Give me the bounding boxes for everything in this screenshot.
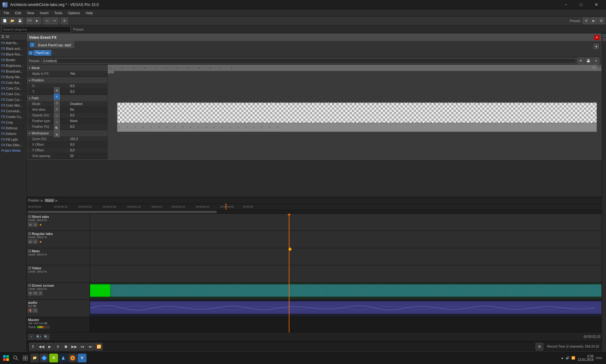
path-feather-value[interactable]: 0,0 (70, 125, 74, 128)
toolbar-preview-grid[interactable]: ⊞ (598, 17, 605, 24)
plugin-bump-map[interactable]: FXBump Ma... (0, 74, 27, 80)
tool-select[interactable]: ⊕ (54, 87, 60, 93)
position-y-value[interactable]: 0,0 (70, 90, 74, 93)
plugin-color-mat[interactable]: FXColor Mat... (0, 103, 27, 109)
short-tabs-mute[interactable]: M (28, 222, 33, 227)
workspace-header[interactable]: ▪ Workspace (27, 130, 107, 136)
transport-end[interactable]: ⏭ (87, 343, 94, 350)
taskbar-search[interactable] (11, 354, 20, 362)
audio-solo[interactable]: S (33, 308, 38, 313)
plugin-convolution[interactable]: FXConvoluti... (0, 109, 27, 114)
preset-close-btn[interactable]: ✕ (592, 57, 599, 64)
taskbar-vegas[interactable]: V (78, 354, 86, 362)
toolbar-new[interactable]: 📄 (1, 17, 8, 24)
plugin-color-cor-2[interactable]: FXColor Cor... (0, 91, 27, 97)
toolbar-fx[interactable]: FX (26, 17, 33, 24)
short-tabs-solo[interactable]: S (33, 222, 38, 227)
menu-file[interactable]: File (1, 10, 12, 15)
preset-save-btn[interactable]: 💾 (585, 57, 592, 64)
toolbar-redo[interactable]: ↪ (51, 17, 58, 24)
plugin-border[interactable]: FXBorder (0, 57, 27, 63)
audio-clip[interactable] (90, 301, 602, 314)
tc-zoom-in[interactable]: 🔍+ (36, 334, 42, 340)
right-sidebar-btn-1[interactable] (603, 34, 606, 37)
transport-stop[interactable]: ⏹ (62, 343, 70, 350)
transport-record-settings[interactable]: ⚙ (536, 343, 543, 350)
transport-next-frame[interactable]: ▶▶ (70, 343, 78, 350)
timeline-scrollbar-top[interactable] (27, 210, 602, 214)
tool-move[interactable]: ↖ (54, 94, 60, 99)
green-mute[interactable]: M (28, 291, 33, 296)
plugin-add-noise[interactable]: FXAdd No... (0, 40, 27, 46)
panel-toggle-icon[interactable]: ☰ (1, 35, 4, 39)
path-mode-value[interactable]: Disabled (70, 102, 82, 106)
teal-clip[interactable] (110, 284, 602, 297)
transport-loop[interactable]: 🔁 (95, 343, 103, 350)
plugin-crop[interactable]: FXCrop (0, 120, 27, 126)
close-button[interactable]: ✕ (589, 0, 603, 9)
regular-tabs-mute[interactable]: M (28, 239, 33, 244)
toolbar-undo[interactable]: ↩ (44, 17, 50, 24)
toolbar-settings[interactable]: ⚙ (61, 17, 68, 24)
plugin-broadcast[interactable]: FXBroadcast... (0, 69, 27, 74)
tool-anchor[interactable]: ⊙ (54, 100, 60, 106)
toolbar-preview-full[interactable]: ▶ (590, 17, 597, 24)
menu-edit[interactable]: Edit (13, 10, 24, 15)
position-header[interactable]: ▪ Position (27, 77, 107, 83)
taskbar-nvidia[interactable]: N (49, 354, 58, 362)
toolbar-save[interactable]: 💾 (16, 17, 23, 24)
toolbar-open[interactable]: 📂 (9, 17, 16, 24)
preset-dropdown-btn[interactable]: ▼ (577, 57, 584, 64)
workspace-gridspacing-value[interactable]: 20 (70, 154, 74, 158)
menu-options[interactable]: Options (66, 10, 83, 15)
transport-play[interactable]: ▶ (46, 343, 53, 350)
tool-ellipse[interactable]: ○ (54, 119, 60, 125)
plugin-color-bal[interactable]: FXColor Bal... (0, 80, 27, 86)
vefx-close-button[interactable]: ✕ (594, 35, 599, 40)
minimize-button[interactable]: − (559, 0, 573, 9)
mask-header[interactable]: ▪ Mask (27, 65, 107, 71)
plugin-black-res[interactable]: FXBlack Res... (0, 52, 27, 57)
taskbar-network-icon[interactable]: 📶 (571, 356, 575, 360)
keyframe-icon[interactable]: ◆ (594, 44, 599, 49)
tool-unknown[interactable]: ⊞ (54, 132, 60, 137)
taskbar-task-view[interactable] (21, 354, 30, 362)
plugin-brightness[interactable]: FXBrightness... (0, 63, 27, 69)
transport-mic[interactable]: 🎙 (29, 343, 37, 350)
toolbar-preview-settings[interactable]: ⚙ (583, 17, 590, 24)
taskbar-steam[interactable]: ♟ (59, 354, 68, 362)
green-clip[interactable] (90, 284, 110, 297)
tool-pen[interactable]: ✎ (54, 106, 60, 112)
regular-tabs-star[interactable]: ★ (38, 239, 43, 244)
path-header[interactable]: ▪ Path (27, 95, 107, 101)
taskbar-explorer[interactable]: 📁 (30, 354, 39, 362)
plugin-color-cur[interactable]: FXColor Cur... (0, 97, 27, 103)
taskbar-browser[interactable] (40, 354, 49, 362)
tool-rect[interactable]: □ (54, 113, 60, 118)
transport-start[interactable]: ⏮ (79, 343, 86, 350)
menu-view[interactable]: View (24, 10, 37, 15)
tc-add-track[interactable]: + (28, 334, 34, 340)
green-fx[interactable]: FX (33, 291, 38, 296)
plugin-film-effect[interactable]: FXFilm Effec... (0, 143, 27, 148)
taskbar-volume-icon[interactable]: 🔊 (566, 356, 569, 360)
green-vol[interactable]: ≡ (38, 291, 43, 296)
workspace-xoffset-value[interactable]: 0,0 (70, 143, 74, 146)
regular-tabs-solo[interactable]: S (33, 239, 38, 244)
plugin-color-cor-1[interactable]: FXColor Cor... (0, 86, 27, 91)
transport-pause[interactable]: ⏸ (54, 343, 62, 350)
plugin-fill-light[interactable]: FXFill Light (0, 137, 27, 143)
menu-help[interactable]: Help (83, 10, 95, 15)
project-media-label[interactable]: Project Media (0, 148, 27, 155)
menu-insert[interactable]: Insert (37, 10, 51, 15)
position-x-value[interactable]: 0,0 (70, 84, 74, 88)
timeline-playhead[interactable] (226, 204, 226, 210)
plugin-deform[interactable]: FXDeform (0, 131, 27, 137)
tool-zoom[interactable]: 🔍 (54, 125, 60, 131)
transport-prev-frame[interactable]: ◀◀ (38, 343, 45, 350)
maximize-button[interactable]: □ (574, 0, 588, 9)
search-input[interactable] (1, 26, 71, 32)
event-pancrop-tab[interactable]: Event Pan/Crop: tab2 (35, 41, 74, 48)
tc-zoom-out[interactable]: 🔍- (43, 334, 50, 340)
pancrop-tab-btn[interactable]: Pan/Crop (33, 50, 51, 56)
